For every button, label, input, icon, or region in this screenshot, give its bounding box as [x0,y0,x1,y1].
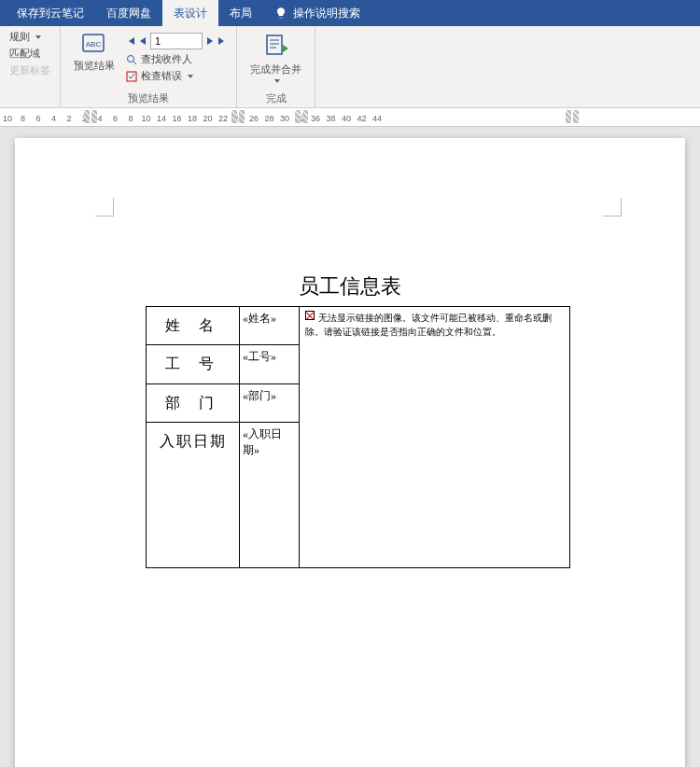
cell-label-dept[interactable]: 部 门 [147,384,240,422]
ruler-number: 16 [172,114,181,123]
ruler-marker[interactable] [91,110,97,123]
ribbon-group-rules-title [28,92,31,105]
svg-point-2 [128,55,134,62]
ruler-number: 22 [218,114,228,123]
ruler-marker[interactable] [295,110,301,123]
ruler-number: 10 [141,114,150,123]
ruler-number: 6 [113,114,118,123]
preview-results-icon: ABC [80,32,108,56]
cell-label-hiredate[interactable]: 入职日期 [147,423,240,568]
update-labels-button: 更新标签 [9,63,50,77]
ruler-marker[interactable] [302,110,308,123]
ruler-number: 14 [157,114,166,123]
ruler-number: 20 [203,114,212,123]
page: 员工信息表 姓 名 «姓名» 无法显示链接的图像。该文件可能已被移动、重命名或删… [15,138,685,767]
cell-value-hiredate[interactable]: «入职日期» [240,423,300,568]
check-errors-button[interactable]: 检查错误 [126,69,227,83]
ruler-number: 38 [326,114,335,123]
ruler-number: 30 [280,114,289,123]
ruler-number: 8 [21,114,25,123]
ruler-number: 4 [51,114,56,123]
tab-layout[interactable]: 布局 [218,0,263,26]
document-title[interactable]: 员工信息表 [15,272,685,300]
ribbon-group-preview: ABC 预览结果 查找收件人 检查错误 [61,26,237,107]
lightbulb-icon [274,7,287,20]
ruler-marker[interactable] [573,110,579,123]
cell-value-empno[interactable]: «工号» [240,345,300,384]
preview-results-button[interactable]: ABC 预览结果 [70,30,119,75]
cell-label-empno[interactable]: 工 号 [147,345,240,384]
document-canvas[interactable]: 员工信息表 姓 名 «姓名» 无法显示链接的图像。该文件可能已被移动、重命名或删… [0,127,700,767]
ruler-number: 42 [357,114,366,123]
ruler-number: 2 [66,114,71,123]
ribbon-group-preview-title: 预览结果 [128,90,169,105]
find-recipient-button[interactable]: 查找收件人 [126,52,227,66]
horizontal-ruler[interactable]: 1086422468101416182022242628303236384042… [0,108,700,127]
match-fields-button[interactable]: 匹配域 [9,47,50,61]
record-number-input[interactable] [150,33,203,49]
cell-photo[interactable]: 无法显示链接的图像。该文件可能已被移动、重命名或删除。请验证该链接是否指向正确的… [300,307,570,568]
crop-mark-top-left [95,198,114,216]
ribbon-group-finish-title: 完成 [266,90,287,105]
ruler-number: 36 [311,114,320,123]
ruler-number: 26 [249,114,259,123]
ruler-number: 44 [372,114,382,123]
cell-label-name[interactable]: 姓 名 [147,307,240,345]
tell-me-box[interactable]: 操作说明搜索 [263,6,371,21]
employee-info-table[interactable]: 姓 名 «姓名» 无法显示链接的图像。该文件可能已被移动、重命名或删除。请验证该… [146,306,570,568]
ruler-number: 40 [342,114,351,123]
tabs-bar: 保存到云笔记 百度网盘 表设计 布局 操作说明搜索 [0,0,700,26]
first-record-icon[interactable] [126,36,135,46]
ruler-marker[interactable] [231,110,237,123]
ruler-number: 10 [3,114,12,123]
check-errors-icon [126,71,137,82]
rules-button[interactable]: 规则 [9,30,50,44]
next-record-icon[interactable] [206,36,214,46]
svg-rect-4 [267,35,282,54]
ruler-number: 4 [97,114,102,123]
ruler-marker[interactable] [239,110,245,123]
ribbon-group-rules: 规则 匹配域 更新标签 [0,26,61,107]
broken-image-icon [305,311,315,320]
ruler-number: 8 [128,114,133,123]
tab-baidu-netdisk[interactable]: 百度网盘 [95,0,162,26]
cell-value-name[interactable]: «姓名» [240,307,300,345]
finish-merge-button[interactable]: 完成并合并 [246,30,305,85]
crop-mark-top-right [603,198,622,216]
ruler-number: 18 [188,114,197,123]
tell-me-placeholder: 操作说明搜索 [293,6,360,21]
image-error-text: 无法显示链接的图像。该文件可能已被移动、重命名或删除。请验证该链接是否指向正确的… [305,313,552,337]
search-icon [126,54,137,65]
ruler-number: 6 [35,114,40,123]
prev-record-icon[interactable] [139,36,147,46]
tab-cloud-notes[interactable]: 保存到云笔记 [6,0,95,26]
ribbon: 规则 匹配域 更新标签 ABC 预览结果 [0,26,700,108]
finish-merge-icon [262,32,290,60]
cell-value-dept[interactable]: «部门» [240,384,300,422]
tab-table-design[interactable]: 表设计 [162,0,218,26]
ruler-number: 28 [264,114,273,123]
ruler-marker[interactable] [566,110,571,123]
ruler-marker[interactable] [84,110,90,123]
ribbon-group-finish: 完成并合并 完成 [237,26,315,107]
svg-text:ABC: ABC [86,40,102,49]
table-row: 姓 名 «姓名» 无法显示链接的图像。该文件可能已被移动、重命名或删除。请验证该… [147,307,570,345]
last-record-icon[interactable] [217,36,227,46]
